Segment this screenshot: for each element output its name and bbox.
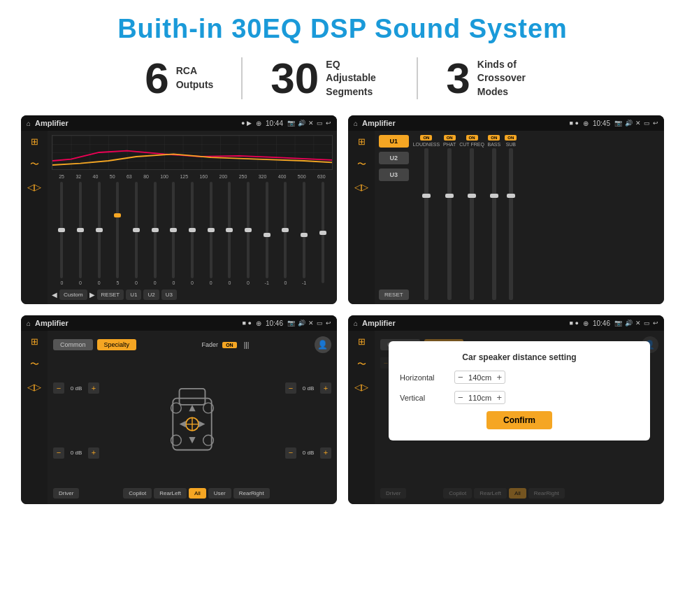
modal-horizontal-minus[interactable]: − — [458, 373, 463, 382]
eq-u1-button[interactable]: U1 — [126, 289, 141, 300]
distance-main-area: Common Specialty Fader ON ||| 👤 − 0 dB + — [375, 331, 664, 504]
crossover-sidebar: ⊞ 〜 ◁▷ — [348, 131, 375, 304]
fader-main-area: Common Specialty Fader ON ||| 👤 − 0 dB — [48, 331, 337, 504]
eq-prev-button[interactable]: ◀ — [52, 291, 57, 299]
svg-marker-12 — [180, 421, 186, 427]
cutfreq-label: CUT FREQ — [459, 142, 484, 147]
crossover-u1-button[interactable]: U1 — [379, 135, 409, 148]
loudness-label: LOUDNESS — [413, 142, 440, 147]
fader-user-button[interactable]: User — [208, 488, 231, 499]
distance-sidebar-vol-icon[interactable]: ◁▷ — [354, 382, 368, 392]
fader-specialty-button[interactable]: Specialty — [97, 339, 137, 350]
db-minus-bottom-right[interactable]: − — [285, 447, 296, 459]
modal-confirm-button[interactable]: Confirm — [486, 411, 552, 429]
db-minus-bottom-left[interactable]: − — [53, 447, 64, 459]
eq-sidebar-wave-icon[interactable]: 〜 — [30, 158, 39, 171]
fader-on-badge: ON — [222, 342, 237, 348]
fader-sidebar-eq-icon[interactable]: ⊞ — [31, 336, 38, 347]
eq-custom-button[interactable]: Custom — [59, 289, 87, 300]
modal-vertical-value: 110cm — [466, 394, 494, 402]
eq-graph — [52, 135, 333, 170]
home-icon[interactable]: ⌂ — [27, 120, 31, 127]
eq-slider-3: 5 — [109, 182, 127, 285]
crossover-bass-group: ON BASS — [487, 135, 501, 300]
cutfreq-on-badge: ON — [466, 135, 478, 141]
modal-title: Car speaker distance setting — [400, 352, 639, 362]
fader-person-icon[interactable]: 👤 — [315, 336, 331, 353]
crossover-u2-button[interactable]: U2 — [379, 152, 409, 164]
crossover-sidebar-vol-icon[interactable]: ◁▷ — [354, 182, 368, 192]
crossover-location-icon: ⊕ — [583, 120, 589, 127]
eq-graph-svg — [52, 136, 332, 169]
crossover-sidebar-eq-icon[interactable]: ⊞ — [358, 136, 366, 147]
fader-screen-card: ⌂ Amplifier ■ ● ⊕ 10:46 📷🔊✕▭↩ ⊞ 〜 ◁▷ — [21, 315, 337, 504]
fader-sidebar-vol-icon[interactable]: ◁▷ — [27, 382, 41, 392]
modal-horizontal-plus[interactable]: + — [497, 373, 503, 382]
speaker-grid: − 0 dB + − 0 dB + — [53, 357, 331, 484]
fader-driver-button[interactable]: Driver — [53, 488, 79, 499]
eq-status-icons: 📷🔊✕▭↩ — [287, 120, 331, 127]
fader-status-icons: 📷🔊✕▭↩ — [287, 320, 331, 327]
fader-all-button[interactable]: All — [189, 488, 206, 499]
db-minus-top-right[interactable]: − — [285, 382, 296, 394]
phat-label: PHAT — [443, 142, 456, 147]
db-minus-top-left[interactable]: − — [53, 382, 64, 394]
eq-sidebar-vol-icon[interactable]: ◁▷ — [27, 182, 41, 192]
fader-status-bar: ⌂ Amplifier ■ ● ⊕ 10:46 📷🔊✕▭↩ — [21, 315, 337, 331]
eq-sliders: 0 0 0 5 — [52, 182, 333, 285]
db-row-top-right: − 0 dB + — [285, 382, 331, 394]
distance-sidebar-eq-icon[interactable]: ⊞ — [358, 336, 366, 347]
stats-row: 6 RCA Outputs 30 EQ Adjustable Segments … — [21, 57, 664, 100]
fader-rearright-button[interactable]: RearRight — [233, 488, 270, 499]
location-icon: ⊕ — [256, 120, 261, 127]
distance-screen-card: ⌂ Amplifier ■ ● ⊕ 10:46 📷🔊✕▭↩ ⊞ 〜 ◁▷ — [348, 315, 664, 504]
fader-label: Fader — [202, 341, 219, 348]
distance-sidebar: ⊞ 〜 ◁▷ — [348, 331, 375, 504]
stat-desc-crossover: Kinds of Crossover Modes — [477, 58, 540, 99]
eq-slider-4: 0 — [128, 182, 145, 285]
crossover-home-icon[interactable]: ⌂ — [354, 120, 358, 127]
eq-sidebar-eq-icon[interactable]: ⊞ — [31, 136, 38, 147]
crossover-body: ⊞ 〜 ◁▷ U1 U2 U3 RESET — [348, 131, 664, 304]
distance-sidebar-wave-icon[interactable]: 〜 — [357, 358, 366, 371]
eq-reset-button[interactable]: RESET — [97, 289, 124, 300]
svg-marker-13 — [199, 421, 205, 427]
fader-sidebar-wave-icon[interactable]: 〜 — [30, 358, 39, 371]
distance-bg-driver-button: Driver — [380, 488, 406, 499]
car-diagram — [105, 357, 280, 484]
eq-next-button[interactable]: ▶ — [89, 291, 95, 299]
db-row-bottom-right: − 0 dB + — [285, 447, 331, 459]
fader-home-icon[interactable]: ⌂ — [27, 320, 31, 327]
modal-vertical-plus[interactable]: + — [497, 393, 503, 402]
modal-vertical-minus[interactable]: − — [458, 393, 463, 402]
crossover-u3-button[interactable]: U3 — [379, 169, 409, 181]
stat-number-crossover: 3 — [446, 57, 470, 100]
eq-u3-button[interactable]: U3 — [161, 289, 177, 300]
db-plus-top-right[interactable]: + — [320, 382, 331, 394]
crossover-sub-group: ON SUB — [504, 135, 518, 300]
db-plus-bottom-right[interactable]: + — [320, 447, 331, 459]
eq-body: ⊞ 〜 ◁▷ — [21, 131, 337, 304]
crossover-app-name: Amplifier — [362, 119, 565, 127]
svg-rect-0 — [52, 136, 332, 169]
fader-copilot-button[interactable]: Copilot — [123, 488, 152, 499]
sub-label: SUB — [506, 142, 516, 147]
distance-home-icon[interactable]: ⌂ — [354, 320, 358, 327]
eq-u2-button[interactable]: U2 — [143, 289, 159, 300]
db-value-bottom-right: 0 dB — [298, 450, 318, 456]
db-plus-top-left[interactable]: + — [88, 382, 99, 394]
fader-bottom-bar: Driver Copilot RearLeft All User RearRig… — [53, 488, 331, 499]
fader-common-button[interactable]: Common — [53, 339, 93, 350]
eq-time: 10:44 — [266, 120, 283, 127]
modal-vertical-stepper: − 110cm + — [454, 391, 505, 404]
modal-horizontal-stepper: − 140cm + — [454, 371, 505, 384]
fader-rearleft-button[interactable]: RearLeft — [154, 488, 187, 499]
distance-bg-bottom-bar: Driver Copilot RearLeft All RearRight — [380, 488, 658, 499]
db-plus-bottom-left[interactable]: + — [88, 447, 99, 459]
eq-main-area: 25 32 40 50 63 80 100 125 160 200 250 32… — [48, 131, 337, 304]
loudness-on-badge: ON — [420, 135, 432, 141]
crossover-reset-button[interactable]: RESET — [379, 289, 409, 300]
crossover-sidebar-wave-icon[interactable]: 〜 — [357, 158, 366, 171]
crossover-channel-sliders: ON LOUDNESS ON PHAT ON — [413, 135, 660, 300]
eq-slider-5: 0 — [146, 182, 164, 285]
